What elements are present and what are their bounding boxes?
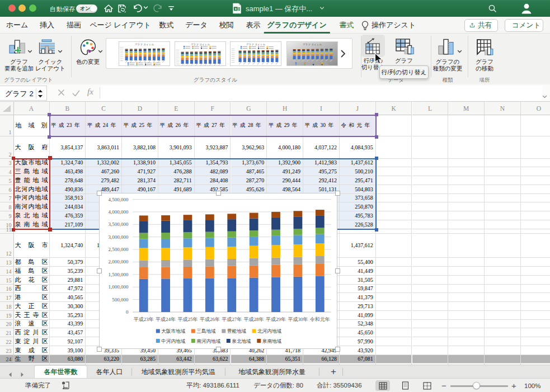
- chart-resize-handle[interactable]: [97, 347, 102, 352]
- name-box[interactable]: グラフ 2: [0, 86, 47, 101]
- cell-B20[interactable]: 43,399: [50, 320, 86, 329]
- cell-O23[interactable]: [521, 346, 550, 355]
- cell-K14[interactable]: [376, 267, 412, 276]
- cell-M13[interactable]: [448, 258, 485, 267]
- cell-K17[interactable]: [376, 293, 412, 302]
- cell-J24[interactable]: 67,081: [340, 355, 376, 364]
- cell-r11c13[interactable]: [485, 229, 521, 234]
- cell-J2[interactable]: 4,084,935: [340, 136, 376, 159]
- close-window-button[interactable]: [8, 4, 16, 12]
- cell-A16[interactable]: 西区: [14, 285, 50, 294]
- change-colors-chevron-icon[interactable]: [98, 46, 103, 56]
- cell-N7[interactable]: [485, 194, 521, 203]
- row-header-1[interactable]: 1: [0, 115, 14, 136]
- row-header-15[interactable]: 15: [0, 276, 14, 285]
- chart-style-4[interactable]: グラフ タイトル: [286, 41, 338, 66]
- cell-N5[interactable]: [485, 176, 521, 185]
- formula-input[interactable]: [101, 86, 542, 101]
- row-header-6[interactable]: 6: [0, 185, 14, 194]
- cell-A23[interactable]: 東成区: [14, 346, 50, 355]
- formula-bar-expand-icon[interactable]: [542, 91, 547, 101]
- cell-N12[interactable]: [485, 234, 521, 258]
- cell-K23[interactable]: [376, 346, 412, 355]
- cell-M2[interactable]: [448, 136, 485, 159]
- column-header-J[interactable]: J: [340, 102, 376, 115]
- cell-J18[interactable]: 29,713: [340, 302, 376, 311]
- spreadsheet-grid[interactable]: ABCDEFGHIJKLMNO1234567891011121314151617…: [0, 102, 550, 365]
- status-count[interactable]: データの個数: 80: [253, 379, 303, 392]
- row-header-14[interactable]: 14: [0, 267, 14, 276]
- cell-L18[interactable]: [412, 302, 449, 311]
- cell-A2[interactable]: 大阪府: [14, 136, 50, 159]
- column-header-B[interactable]: B: [50, 102, 86, 115]
- cell-L17[interactable]: [412, 293, 449, 302]
- cell-J23[interactable]: 43,920: [340, 346, 376, 355]
- cell-B21[interactable]: 43,457: [50, 328, 86, 337]
- column-header-C[interactable]: C: [86, 102, 122, 115]
- save-icon[interactable]: [117, 3, 128, 14]
- title-chevron-icon[interactable]: [319, 6, 325, 10]
- range-handle[interactable]: [375, 135, 378, 139]
- share-button[interactable]: 共有: [464, 19, 498, 32]
- cell-K21[interactable]: [376, 328, 412, 337]
- cancel-formula-icon[interactable]: [58, 88, 65, 98]
- zoom-slider-thumb[interactable]: [473, 382, 480, 389]
- cell-J21[interactable]: 45,650: [340, 328, 376, 337]
- cell-O16[interactable]: [521, 285, 550, 294]
- cell-J12[interactable]: 1,437,612: [340, 234, 376, 258]
- cell-M7[interactable]: [448, 194, 485, 203]
- cell-K6[interactable]: [376, 185, 412, 194]
- cell-O8[interactable]: [521, 202, 550, 211]
- cell-K16[interactable]: [376, 285, 412, 294]
- cell-B14[interactable]: 35,239: [50, 267, 86, 276]
- column-header-M[interactable]: M: [448, 102, 485, 115]
- cell-B12[interactable]: 1,324,740: [50, 234, 86, 258]
- cell-r11c9[interactable]: [340, 229, 376, 234]
- cell-M10[interactable]: [448, 220, 485, 229]
- row-header-13[interactable]: 13: [0, 258, 14, 267]
- cell-N2[interactable]: [485, 136, 521, 159]
- chart-resize-handle[interactable]: [216, 347, 221, 352]
- cell-N24[interactable]: [485, 355, 521, 364]
- cell-L20[interactable]: [412, 320, 449, 329]
- cell-A12[interactable]: 大阪市: [14, 234, 50, 258]
- cell-N14[interactable]: [485, 267, 521, 276]
- range-handle[interactable]: [375, 157, 378, 160]
- cell-L21[interactable]: [412, 328, 449, 337]
- column-header-I[interactable]: I: [303, 102, 340, 115]
- cell-M23[interactable]: [448, 346, 485, 355]
- cell-M17[interactable]: [448, 293, 485, 302]
- cell-A13[interactable]: 都島区: [14, 258, 50, 267]
- cell-O19[interactable]: [521, 311, 550, 320]
- range-handle[interactable]: [48, 135, 51, 139]
- cell-K24[interactable]: [376, 355, 412, 364]
- cell-M22[interactable]: [448, 337, 485, 346]
- cell-N16[interactable]: [485, 285, 521, 294]
- cell-E24[interactable]: 63,442: [158, 355, 195, 364]
- cell-L4[interactable]: [412, 167, 449, 176]
- cell-B16[interactable]: 47,972: [50, 285, 86, 294]
- range-handle[interactable]: [12, 157, 15, 160]
- quick-layout-button[interactable]: クイック レイアウト: [31, 59, 69, 72]
- cell-K2[interactable]: [376, 136, 412, 159]
- cell-K18[interactable]: [376, 302, 412, 311]
- cell-K8[interactable]: [376, 202, 412, 211]
- cell-L23[interactable]: [412, 346, 449, 355]
- cell-H24[interactable]: 65,351: [267, 355, 303, 364]
- cell-O6[interactable]: [521, 185, 550, 194]
- ribbon-tab-7[interactable]: 表示: [246, 17, 261, 34]
- user-account-icon[interactable]: [520, 2, 533, 15]
- cell-O10[interactable]: [521, 220, 550, 229]
- column-header-L[interactable]: L: [412, 102, 449, 115]
- row-header-21[interactable]: 21: [0, 328, 14, 337]
- column-header-A[interactable]: A: [14, 102, 50, 115]
- cell-O13[interactable]: [521, 258, 550, 267]
- cell-M21[interactable]: [448, 328, 485, 337]
- cell-K1[interactable]: [376, 115, 412, 136]
- column-header-H[interactable]: H: [267, 102, 303, 115]
- cell-A18[interactable]: 大正区: [14, 302, 50, 311]
- cell-r11c12[interactable]: [448, 229, 485, 234]
- ribbon-tab-8[interactable]: グラフのデザイン: [267, 17, 326, 34]
- cell-L12[interactable]: [412, 234, 449, 258]
- cell-N22[interactable]: [485, 337, 521, 346]
